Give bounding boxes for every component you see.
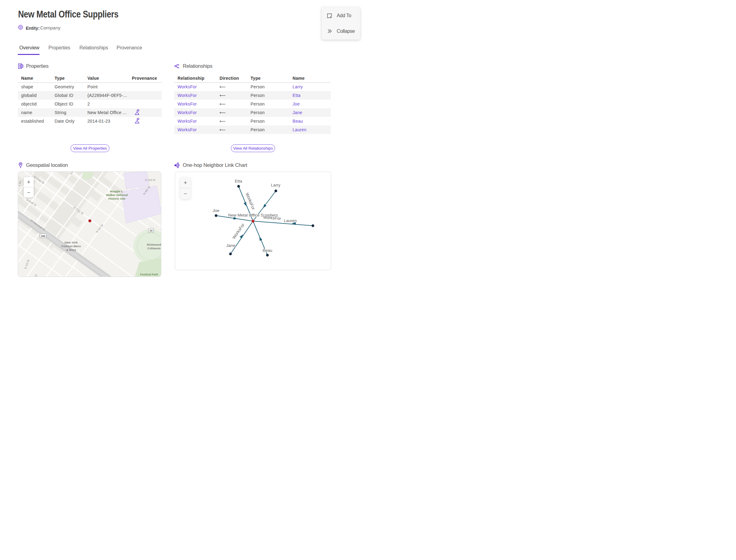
svg-text:250: 250 <box>41 235 45 238</box>
svg-text:Coliseum: Coliseum <box>148 247 161 250</box>
svg-text:Etta: Etta <box>235 179 242 183</box>
svg-text:Jane: Jane <box>226 243 235 248</box>
svg-text:N 3rd St: N 3rd St <box>145 178 155 182</box>
svg-text:& Boys: & Boys <box>66 248 76 251</box>
svg-text:Fashion Mens: Fashion Mens <box>61 244 81 248</box>
svg-text:Lauren: Lauren <box>284 218 297 223</box>
svg-text:Walker National: Walker National <box>106 193 128 197</box>
svg-text:Maggie L.: Maggie L. <box>110 190 124 193</box>
svg-text:33: 33 <box>150 229 153 232</box>
svg-text:Festival Park: Festival Park <box>140 273 158 276</box>
svg-text:WorksFor: WorksFor <box>245 192 256 210</box>
svg-text:New York: New York <box>65 241 78 244</box>
svg-text:Larry: Larry <box>271 183 281 187</box>
svg-text:WorksFor: WorksFor <box>263 215 281 221</box>
svg-text:Richmond: Richmond <box>147 243 161 246</box>
svg-text:Joe: Joe <box>213 208 220 213</box>
svg-text:Beau: Beau <box>263 248 272 253</box>
svg-text:Historic Site: Historic Site <box>108 197 125 200</box>
svg-text:WorksFor: WorksFor <box>232 222 246 240</box>
